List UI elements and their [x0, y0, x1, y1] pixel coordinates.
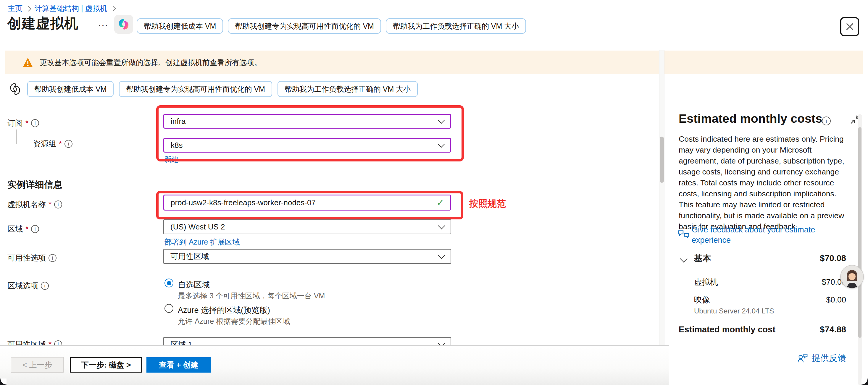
- page-feedback-button[interactable]: 提供反馈: [797, 352, 846, 364]
- suggestion-high-availability-button[interactable]: 帮助我创建专为实现高可用性而优化的 VM: [228, 18, 381, 34]
- cost-group-row[interactable]: 基本 $70.08: [679, 253, 846, 264]
- tree-connector: [16, 130, 17, 144]
- resource-group-select[interactable]: k8s: [163, 138, 451, 153]
- chevron-down-icon: [438, 222, 445, 229]
- availability-options-select[interactable]: 可用性区域: [163, 249, 451, 264]
- close-icon: [845, 22, 854, 31]
- copilot-button[interactable]: [114, 15, 133, 34]
- header-copilot-suggestions: 帮助我创建低成本 VM 帮助我创建专为实现高可用性而优化的 VM 帮助我为工作负…: [137, 18, 526, 34]
- info-icon[interactable]: [54, 200, 62, 208]
- cost-total-amount: $74.88: [820, 325, 846, 334]
- chevron-right-icon: [111, 6, 116, 11]
- divider: [672, 319, 863, 319]
- copilot-outline-icon[interactable]: [8, 82, 22, 96]
- copilot-suggestion-row: 帮助我创建低成本 VM 帮助我创建专为实现高可用性而优化的 VM 帮助我为工作负…: [8, 81, 418, 97]
- review-create-button[interactable]: 查看 + 创建: [147, 357, 211, 373]
- vm-name-label: 虚拟机名称*: [7, 200, 62, 209]
- suggestion-right-size-button[interactable]: 帮助我为工作负载选择正确的 VM 大小: [278, 81, 418, 97]
- info-icon[interactable]: [41, 282, 49, 290]
- instance-details-section-title: 实例详细信息: [7, 179, 62, 191]
- main-scrollbar-track[interactable]: [659, 50, 664, 385]
- assistant-avatar[interactable]: [841, 265, 863, 288]
- subscription-select[interactable]: infra: [163, 114, 451, 129]
- breadcrumb-home-link[interactable]: 主页: [8, 4, 23, 13]
- warning-text: 更改基本选项可能会重置所做的选择。创建虚拟机前查看所有选项。: [40, 58, 261, 67]
- close-button[interactable]: [840, 17, 859, 36]
- copilot-logo-icon: [118, 18, 130, 30]
- info-icon[interactable]: [822, 117, 831, 125]
- create-new-resource-group-link[interactable]: 新建: [164, 155, 179, 164]
- info-icon[interactable]: [31, 225, 39, 233]
- info-icon[interactable]: [49, 254, 57, 262]
- suggestion-right-size-button[interactable]: 帮助我为工作负载选择正确的 VM 大小: [386, 18, 526, 34]
- suggestion-low-cost-vm-button[interactable]: 帮助我创建低成本 VM: [137, 18, 223, 34]
- feedback-bubbles-icon: [678, 228, 690, 241]
- create-vm-page: 主页 计算基础结构 | 虚拟机 创建虚拟机 … 帮助我创建低成本: [0, 0, 868, 385]
- cost-group-label: 基本: [679, 253, 711, 264]
- breadcrumb-vm-link[interactable]: 计算基础结构 | 虚拟机: [35, 4, 107, 13]
- cost-panel-title: Estimated monthly costs: [679, 112, 822, 126]
- chevron-down-icon: [438, 140, 445, 148]
- suggestion-high-availability-button[interactable]: 帮助我创建专为实现高可用性而优化的 VM: [119, 81, 272, 97]
- region-label: 区域*: [7, 225, 39, 234]
- main-scrollbar-thumb[interactable]: [660, 137, 664, 183]
- panel-scrollbar-thumb[interactable]: [858, 127, 862, 338]
- cost-item-sublabel: Ubuntu Server 24.04 LTS: [694, 307, 774, 315]
- region-select[interactable]: (US) West US 2: [163, 219, 451, 234]
- more-options-button[interactable]: …: [98, 17, 109, 29]
- tree-connector: [16, 144, 30, 144]
- radio-azure-selected-zones-label[interactable]: Azure 选择的区域(预览版): [178, 305, 270, 316]
- vm-name-field: ✓: [163, 195, 451, 211]
- subscription-label: 订阅*: [7, 119, 39, 128]
- previous-step-button[interactable]: < 上一步: [11, 357, 64, 373]
- warning-icon: [23, 57, 33, 67]
- deploy-extended-zones-link[interactable]: 部署到 Azure 扩展区域: [164, 237, 240, 247]
- chevron-down-icon: [438, 117, 445, 124]
- cost-disclaimer-text: Costs indicated here are estimates only.…: [679, 134, 852, 232]
- cost-item-label: 映像: [679, 294, 710, 305]
- page-title: 创建虚拟机: [7, 14, 79, 33]
- divider: [669, 349, 862, 349]
- radio-self-selected-zones-label[interactable]: 自选区域: [178, 280, 210, 290]
- cost-item-row: 映像 $0.00: [679, 294, 846, 305]
- page-feedback-label: 提供反馈: [812, 352, 846, 364]
- annotation-text: 按照规范: [469, 197, 506, 210]
- radio-self-selected-zones-desc: 最多选择 3 个可用性区域，每个区域一台 VM: [178, 291, 325, 301]
- cost-item-amount: $0.00: [826, 295, 846, 304]
- cost-total-label: Estimated monthly cost: [679, 325, 775, 334]
- cost-total-row: Estimated monthly cost $74.88: [679, 325, 846, 334]
- radio-azure-selected-zones[interactable]: [164, 304, 173, 313]
- radio-azure-selected-zones-desc: 允许 Azure 根据需要分配最佳区域: [178, 316, 290, 326]
- cost-item-row: 虚拟机 $70.08: [679, 277, 846, 287]
- info-icon[interactable]: [31, 119, 39, 127]
- chevron-down-icon: [438, 252, 445, 259]
- valid-check-icon: ✓: [436, 197, 444, 208]
- panel-divider: [669, 50, 669, 385]
- suggestion-low-cost-vm-button[interactable]: 帮助我创建低成本 VM: [27, 81, 114, 97]
- chevron-right-icon: [26, 6, 31, 11]
- zone-options-label: 区域选项: [7, 282, 49, 290]
- estimate-feedback-link[interactable]: Give feedback about your estimate experi…: [692, 225, 853, 246]
- cost-group-amount: $70.08: [820, 253, 846, 263]
- feedback-person-icon: [797, 353, 808, 364]
- radio-self-selected-zones[interactable]: [164, 279, 173, 287]
- cost-item-label: 虚拟机: [679, 277, 718, 287]
- window-corner: [862, 379, 868, 385]
- vm-name-input[interactable]: [170, 198, 433, 207]
- next-step-disks-button[interactable]: 下一步: 磁盘 >: [70, 357, 142, 373]
- breadcrumb: 主页 计算基础结构 | 虚拟机: [8, 4, 115, 13]
- warning-banner: 更改基本选项可能会重置所做的选择。创建虚拟机前查看所有选项。: [5, 51, 863, 74]
- window-corner: [0, 379, 6, 385]
- info-icon[interactable]: [64, 140, 72, 148]
- resource-group-label: 资源组*: [33, 139, 72, 149]
- availability-options-label: 可用性选项: [7, 254, 57, 263]
- wizard-footer: < 上一步 下一步: 磁盘 > 查看 + 创建: [0, 345, 669, 385]
